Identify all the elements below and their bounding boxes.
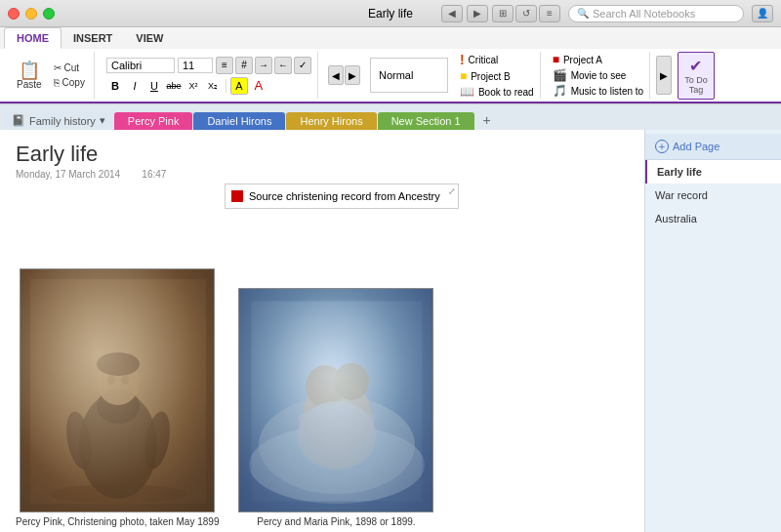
back-button[interactable]: ◀ (441, 5, 463, 22)
tags-group: ! Critical ■ Project B 📖 Book to read (454, 52, 541, 99)
style-prev-button[interactable]: ◀ (328, 65, 344, 85)
section-tab-percy[interactable]: Percy Pink (114, 112, 193, 130)
close-button[interactable] (8, 8, 20, 20)
tag-critical[interactable]: ! Critical (460, 52, 534, 67)
paste-button[interactable]: 📋 Paste (12, 60, 47, 92)
svg-point-16 (298, 401, 376, 470)
style-selector[interactable]: Normal (370, 58, 448, 93)
strikethrough-button[interactable]: abe (165, 78, 183, 94)
decrease-indent-button[interactable]: ← (274, 57, 292, 74)
square-red-icon: ■ (553, 53, 559, 66)
underline-button[interactable]: U (145, 78, 163, 94)
svg-point-6 (107, 375, 115, 385)
italic-button[interactable]: I (126, 78, 144, 94)
forward-button[interactable]: ▶ (467, 5, 488, 22)
svg-rect-0 (21, 269, 214, 512)
time-text: 16:47 (142, 169, 166, 180)
superscript-button[interactable]: X² (185, 78, 202, 94)
svg-point-5 (97, 352, 140, 376)
critical-label: Critical (469, 55, 499, 65)
add-page-label: Add Page (673, 141, 719, 152)
highlight-button[interactable]: A (230, 77, 248, 95)
nav-btn-2[interactable]: ↺ (515, 5, 537, 22)
add-page-icon: + (655, 140, 669, 153)
photo-1 (20, 268, 215, 512)
ribbon-tabs: HOME INSERT VIEW (0, 27, 781, 49)
tab-home[interactable]: HOME (4, 27, 62, 49)
tag-project-b[interactable]: ■ Project B (460, 69, 534, 83)
page-title: Early life (16, 142, 629, 167)
photo-2-image (239, 289, 432, 512)
source-label: Source christening record from Ancestry (249, 190, 440, 202)
add-section-button[interactable]: + (475, 110, 499, 130)
title-bar-controls: ◀ ▶ ⊞ ↺ ≡ 🔍 Search All Notebooks 👤 (441, 5, 773, 22)
tags-more-button[interactable]: ▶ (656, 56, 672, 95)
cut-label: Cut (64, 62, 80, 73)
svg-point-7 (121, 375, 129, 385)
font-color-button[interactable]: A (250, 78, 267, 94)
nav-btn-3[interactable]: ≡ (539, 5, 560, 22)
todo-box[interactable]: ✔ To Do Tag (678, 52, 715, 100)
music-icon: 🎵 (553, 84, 567, 98)
subscript-button[interactable]: X₂ (204, 78, 222, 94)
paste-group: 📋 Paste ✂ Cut ⎘ Copy (6, 52, 95, 99)
bold-button[interactable]: B (106, 78, 124, 94)
minimize-button[interactable] (25, 8, 37, 20)
photo-2 (238, 288, 433, 512)
cut-copy-group: ✂ Cut ⎘ Copy (51, 61, 88, 89)
format-button[interactable]: ✓ (294, 57, 311, 74)
photo-area: Percy Pink, Christening photo, taken May… (16, 210, 629, 527)
photo-1-image (21, 269, 214, 512)
page-list-item-early-life[interactable]: Early life (645, 160, 781, 184)
numbered-list-button[interactable]: # (235, 57, 253, 74)
font-group: ≡ # → ← ✓ B I U abe X² X₂ A A (101, 52, 318, 99)
section-tab-henry[interactable]: Henry Hirons (286, 112, 376, 130)
tab-view[interactable]: VIEW (124, 27, 175, 49)
section-tab-daniel[interactable]: Daniel Hirons (193, 112, 285, 130)
copy-label: Copy (62, 77, 85, 88)
style-next-button[interactable]: ▶ (345, 65, 360, 85)
increase-indent-button[interactable]: → (255, 57, 272, 74)
user-button[interactable]: 👤 (752, 5, 773, 22)
book-label: Book to read (478, 87, 534, 98)
photo-1-svg (21, 269, 214, 512)
movie-label: Movie to see (571, 70, 627, 81)
photo-2-caption: Percy and Maria Pink, 1898 or 1899. (257, 516, 415, 527)
svg-point-15 (306, 365, 345, 408)
search-bar[interactable]: 🔍 Search All Notebooks (568, 5, 744, 22)
font-size-input[interactable] (178, 58, 213, 73)
cut-button[interactable]: ✂ Cut (51, 61, 88, 74)
resize-handle[interactable]: ⤢ (448, 186, 456, 196)
divider (226, 79, 226, 93)
maximize-button[interactable] (43, 8, 55, 20)
search-placeholder: Search All Notebooks (593, 8, 695, 20)
tag-project-a[interactable]: ■ Project A (553, 53, 643, 66)
bullet-list-button[interactable]: ≡ (216, 57, 233, 74)
svg-point-4 (97, 358, 140, 405)
traffic-lights (8, 8, 55, 20)
notebook-name: Family history (29, 115, 96, 127)
tab-insert[interactable]: INSERT (62, 27, 124, 49)
tag-music[interactable]: 🎵 Music to listen to (553, 84, 643, 98)
style-name: Normal (379, 69, 413, 81)
page-list-item-war-record[interactable]: War record (645, 184, 781, 207)
add-page-button[interactable]: + Add Page (645, 134, 781, 160)
notebook-label[interactable]: 📓 Family history ▾ (4, 111, 113, 130)
nav-btn-1[interactable]: ⊞ (492, 5, 514, 22)
photo-2-svg (239, 289, 432, 512)
tags-group-2: ■ Project A 🎬 Movie to see 🎵 Music to li… (547, 52, 650, 99)
photo-container-1: Percy Pink, Christening photo, taken May… (16, 268, 219, 527)
page-date: Monday, 17 March 2014 16:47 (16, 169, 629, 180)
page-list-item-australia[interactable]: Australia (645, 207, 781, 230)
checkmark-icon: ✔ (689, 57, 702, 75)
copy-button[interactable]: ⎘ Copy (51, 76, 88, 89)
svg-point-13 (249, 426, 425, 504)
tag-book[interactable]: 📖 Book to read (460, 85, 534, 99)
font-name-input[interactable] (106, 58, 175, 73)
projectB-label: Project B (471, 71, 511, 82)
copy-icon: ⎘ (54, 77, 60, 88)
section-tab-new[interactable]: New Section 1 (378, 112, 474, 130)
notebook-icon: 📓 (12, 114, 25, 127)
paste-label: Paste (17, 79, 42, 90)
tag-movie[interactable]: 🎬 Movie to see (553, 68, 643, 82)
